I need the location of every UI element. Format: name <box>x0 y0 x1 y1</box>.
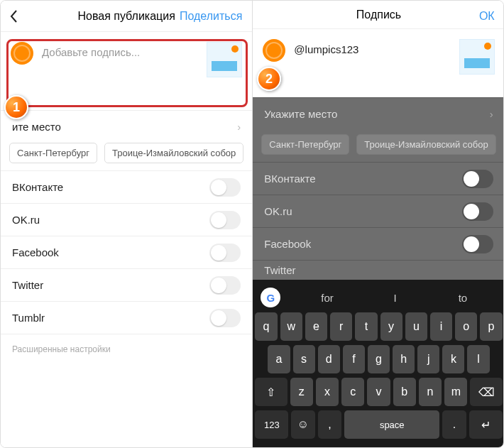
key-g[interactable]: g <box>368 345 390 373</box>
key-j[interactable]: j <box>417 345 439 373</box>
location-row[interactable]: ите место › <box>1 110 252 143</box>
key-r[interactable]: r <box>330 312 352 341</box>
key-u[interactable]: u <box>405 312 427 341</box>
suggestion-2[interactable]: I <box>361 292 429 304</box>
screen-caption-edit: Подпись ОК @lumpics123 Укажите место › С… <box>252 1 504 447</box>
back-button[interactable] <box>9 1 19 32</box>
key-p[interactable]: p <box>480 312 502 341</box>
key-i[interactable]: i <box>430 312 452 341</box>
post-thumbnail[interactable] <box>207 42 242 77</box>
suggestion-bar: G for I to <box>255 283 502 312</box>
callout-badge-1: 1 <box>4 95 28 119</box>
advanced-settings[interactable]: Расширенные настройки <box>1 334 252 364</box>
toggle-tumblr[interactable] <box>209 309 241 327</box>
chevron-right-icon: › <box>237 121 241 133</box>
key-n[interactable]: n <box>419 378 442 406</box>
key-f[interactable]: f <box>343 345 365 373</box>
suggestion-3[interactable]: to <box>429 292 496 304</box>
key-emoji[interactable]: ☺ <box>291 410 315 439</box>
key-c[interactable]: c <box>341 378 364 406</box>
key-z[interactable]: z <box>290 378 313 406</box>
location-chips: Санкт-Петербург Троице-Измайловский собо… <box>253 130 504 162</box>
avatar <box>11 42 33 65</box>
share-ok[interactable]: OK.ru <box>1 203 252 236</box>
share-facebook: Facebook <box>253 227 504 260</box>
key-shift[interactable]: ⇧ <box>255 378 287 406</box>
google-icon[interactable]: G <box>261 288 280 307</box>
screen-new-post: Новая публикация Поделиться Добавьте под… <box>1 1 252 447</box>
toggle-facebook[interactable] <box>209 244 241 262</box>
post-thumbnail[interactable] <box>459 39 495 75</box>
key-backspace[interactable]: ⌫ <box>470 378 502 406</box>
key-comma[interactable]: , <box>318 410 342 439</box>
share-button[interactable]: Поделиться <box>180 1 242 32</box>
location-row: Укажите место › <box>253 97 504 130</box>
key-o[interactable]: o <box>455 312 477 341</box>
key-w[interactable]: w <box>280 312 302 341</box>
share-tumblr[interactable]: Tumblr <box>1 301 252 334</box>
key-e[interactable]: e <box>305 312 327 341</box>
key-v[interactable]: v <box>367 378 390 406</box>
key-row-1: q w e r t y u i o p <box>255 312 502 341</box>
key-row-4: 123 ☺ , space . ↵ <box>255 410 502 439</box>
keyboard[interactable]: G for I to q w e r t y u i o p a s <box>253 280 504 447</box>
toggle-twitter[interactable] <box>209 276 241 295</box>
caption-area[interactable]: Добавьте подпись... <box>1 32 252 110</box>
share-vk: ВКонтакте <box>253 162 504 195</box>
share-ok: OK.ru <box>253 195 504 227</box>
toggle-ok[interactable] <box>209 211 241 229</box>
caption-input[interactable]: @lumpics123 <box>294 39 450 55</box>
header: Новая публикация Поделиться <box>1 1 252 32</box>
share-vk[interactable]: ВКонтакте <box>1 170 252 203</box>
key-s[interactable]: s <box>293 345 315 373</box>
key-a[interactable]: a <box>268 345 290 373</box>
key-period[interactable]: . <box>442 410 466 439</box>
key-q[interactable]: q <box>255 312 277 341</box>
callout-badge-2: 2 <box>257 67 281 91</box>
toggle-vk[interactable] <box>209 178 241 197</box>
key-y[interactable]: y <box>380 312 402 341</box>
chevron-right-icon: › <box>490 108 493 120</box>
header-title: Подпись <box>356 9 401 21</box>
header-title: Новая публикация <box>77 10 175 23</box>
share-twitter[interactable]: Twitter <box>1 268 252 301</box>
key-t[interactable]: t <box>355 312 377 341</box>
share-facebook[interactable]: Facebook <box>1 236 252 268</box>
caption-input[interactable]: Добавьте подпись... <box>42 42 198 58</box>
location-label: ите место <box>12 121 61 133</box>
key-k[interactable]: k <box>442 345 464 373</box>
key-numbers[interactable]: 123 <box>255 410 288 439</box>
suggestion-1[interactable]: for <box>293 292 361 304</box>
ok-button[interactable]: ОК <box>479 1 495 32</box>
key-x[interactable]: x <box>316 378 339 406</box>
key-d[interactable]: d <box>318 345 340 373</box>
key-enter[interactable]: ↵ <box>469 410 503 439</box>
chip-spb[interactable]: Санкт-Петербург <box>9 143 97 163</box>
key-row-3: ⇧ z x c v b n m ⌫ <box>255 378 502 406</box>
avatar <box>263 39 285 62</box>
key-l[interactable]: l <box>467 345 489 373</box>
key-b[interactable]: b <box>393 378 416 406</box>
caption-area[interactable]: @lumpics123 <box>253 29 504 97</box>
key-m[interactable]: m <box>444 378 467 406</box>
location-chips: Санкт-Петербург Троице-Измайловский собо… <box>1 143 252 170</box>
key-row-2: a s d f g h j k l <box>255 345 502 373</box>
key-h[interactable]: h <box>393 345 415 373</box>
header: Подпись ОК <box>253 1 504 29</box>
chip-troitse[interactable]: Троице-Измайловский собор <box>104 143 243 163</box>
share-twitter: Twitter <box>253 260 504 280</box>
key-space[interactable]: space <box>344 410 439 439</box>
dimmed-content: Укажите место › Санкт-Петербург Троице-И… <box>253 97 504 280</box>
